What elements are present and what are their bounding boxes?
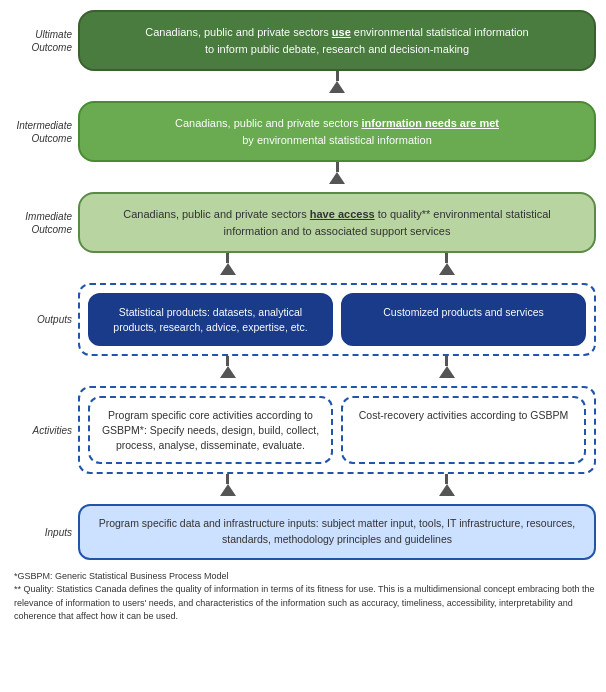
immediate-text-part1: Canadians, public and private sectors (123, 208, 310, 220)
outputs-content: Statistical products: datasets, analytic… (78, 283, 596, 356)
ultimate-content: Canadians, public and private sectors us… (78, 10, 596, 71)
arrow2 (329, 162, 345, 184)
diagram-container: Ultimate Outcome Canadians, public and p… (0, 10, 606, 624)
inputs-content: Program specific data and infrastructure… (78, 504, 596, 560)
ultimate-label: Ultimate Outcome (10, 10, 78, 71)
activity-box2: Cost-recovery activities according to GS… (341, 396, 586, 464)
immediate-label: Immediate Outcome (10, 192, 78, 253)
immediate-row: Immediate Outcome Canadians, public and … (10, 192, 596, 253)
intermediate-underline: information needs are met (361, 117, 499, 129)
footnote-line1: *GSBPM: Generic Statistical Business Pro… (14, 570, 596, 584)
intermediate-label: Intermediate Outcome (10, 101, 78, 162)
arrow4-row (10, 356, 596, 378)
immediate-content: Canadians, public and private sectors ha… (78, 192, 596, 253)
arrow3-left (220, 253, 236, 275)
ultimate-text-part1: Canadians, public and private sectors (145, 26, 332, 38)
inputs-box: Program specific data and infrastructure… (78, 504, 596, 560)
arrow4-right (439, 356, 455, 378)
outputs-row: Outputs Statistical products: datasets, … (10, 283, 596, 356)
arrow5-left (220, 474, 236, 496)
activities-content: Program specific core activities accordi… (78, 386, 596, 474)
arrow1-stem (329, 71, 345, 93)
activities-label: Activities (10, 386, 78, 474)
inputs-label: Inputs (10, 504, 78, 560)
ultimate-row: Ultimate Outcome Canadians, public and p… (10, 10, 596, 71)
activities-row: Activities Program specific core activit… (10, 386, 596, 474)
arrow1 (329, 71, 345, 93)
footnote-line2: ** Quality: Statistics Canada defines th… (14, 583, 596, 624)
activities-outer: Program specific core activities accordi… (78, 386, 596, 474)
activity-box1: Program specific core activities accordi… (88, 396, 333, 464)
outputs-outer: Statistical products: datasets, analytic… (78, 283, 596, 356)
arrow3-pair (78, 253, 596, 275)
intermediate-box: Canadians, public and private sectors in… (78, 101, 596, 162)
arrow3-right (439, 253, 455, 275)
output-box1: Statistical products: datasets, analytic… (88, 293, 333, 346)
intermediate-content: Canadians, public and private sectors in… (78, 101, 596, 162)
arrow3-row (10, 253, 596, 275)
ultimate-underline: use (332, 26, 351, 38)
arrow4-pair (78, 356, 596, 378)
immediate-underline: have access (310, 208, 375, 220)
arrow2-stem (329, 162, 345, 184)
footnotes: *GSBPM: Generic Statistical Business Pro… (10, 570, 596, 624)
intermediate-text-part2: by environmental statistical information (242, 134, 432, 146)
output-box2: Customized products and services (341, 293, 586, 346)
immediate-box: Canadians, public and private sectors ha… (78, 192, 596, 253)
arrow5-row (10, 474, 596, 496)
intermediate-text-part1: Canadians, public and private sectors (175, 117, 362, 129)
arrow5-pair (78, 474, 596, 496)
inputs-row: Inputs Program specific data and infrast… (10, 504, 596, 560)
ultimate-box: Canadians, public and private sectors us… (78, 10, 596, 71)
arrow5-right (439, 474, 455, 496)
arrow4-left (220, 356, 236, 378)
outputs-label: Outputs (10, 283, 78, 356)
arrow1-row (10, 71, 596, 93)
arrow2-row (10, 162, 596, 184)
intermediate-row: Intermediate Outcome Canadians, public a… (10, 101, 596, 162)
